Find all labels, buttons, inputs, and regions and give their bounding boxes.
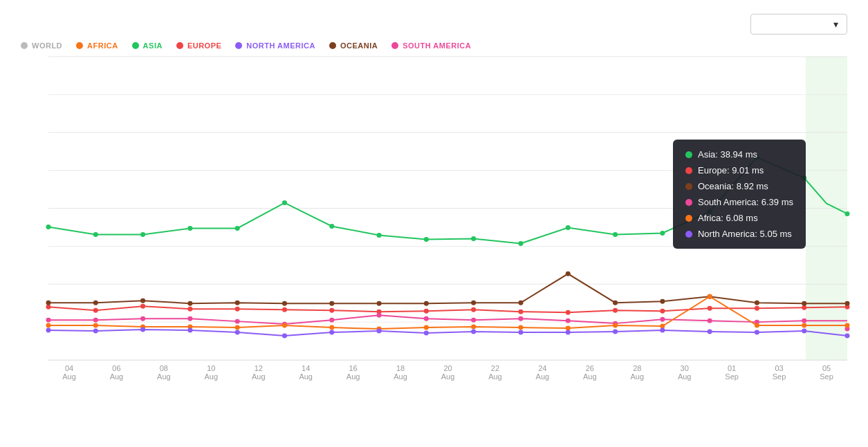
tooltip-label: Europe: 9.01 ms bbox=[698, 165, 764, 175]
page-header: ▾ bbox=[0, 0, 868, 41]
svg-point-62 bbox=[844, 301, 849, 306]
svg-point-37 bbox=[518, 310, 523, 314]
svg-point-73 bbox=[518, 316, 523, 321]
legend-dot-south-america bbox=[391, 42, 398, 49]
svg-point-89 bbox=[424, 325, 429, 330]
svg-point-19 bbox=[518, 241, 523, 246]
x-axis-label: 16Aug bbox=[333, 364, 374, 381]
svg-point-50 bbox=[282, 301, 287, 306]
x-axis-label: 24Aug bbox=[521, 364, 563, 381]
legend-dot-europe bbox=[176, 42, 183, 49]
svg-point-15 bbox=[329, 224, 334, 229]
x-axis-label: 30Aug bbox=[664, 364, 705, 381]
svg-point-85 bbox=[235, 325, 240, 330]
svg-point-16 bbox=[377, 233, 382, 238]
tooltip-row: Oceania: 8.92 ms bbox=[685, 181, 793, 191]
tooltip-row: North America: 5.05 ms bbox=[685, 229, 793, 239]
x-axis-label: 28Aug bbox=[616, 364, 658, 381]
svg-point-93 bbox=[613, 323, 618, 328]
svg-point-114 bbox=[755, 330, 759, 335]
svg-point-21 bbox=[613, 232, 618, 237]
svg-point-9 bbox=[46, 225, 50, 229]
svg-point-110 bbox=[566, 330, 571, 335]
svg-point-52 bbox=[377, 301, 382, 306]
north-america-line bbox=[48, 330, 847, 336]
tooltip-row: Asia: 38.94 ms bbox=[685, 149, 793, 160]
svg-point-31 bbox=[235, 307, 240, 312]
legend-item-oceania[interactable]: OCEANIA bbox=[329, 41, 378, 50]
svg-point-42 bbox=[755, 306, 759, 311]
svg-point-76 bbox=[660, 317, 665, 322]
legend-item-europe[interactable]: EUROPE bbox=[176, 41, 221, 50]
tooltip-label: Oceania: 8.92 ms bbox=[698, 181, 768, 191]
svg-point-87 bbox=[329, 325, 334, 330]
svg-point-27 bbox=[46, 305, 50, 310]
tooltip-label: Asia: 38.94 ms bbox=[698, 149, 757, 160]
svg-point-65 bbox=[140, 316, 145, 321]
svg-point-54 bbox=[471, 301, 476, 305]
svg-point-13 bbox=[235, 226, 240, 231]
svg-point-36 bbox=[471, 307, 476, 312]
svg-point-26 bbox=[844, 211, 849, 216]
tooltip-dot bbox=[685, 183, 692, 190]
legend-dot-north-america bbox=[235, 42, 242, 49]
svg-point-113 bbox=[708, 330, 712, 334]
legend-label-europe: EUROPE bbox=[187, 41, 221, 50]
x-axis: 04Aug06Aug08Aug10Aug12Aug14Aug16Aug18Aug… bbox=[48, 361, 847, 381]
svg-point-41 bbox=[708, 306, 712, 311]
svg-point-69 bbox=[329, 318, 334, 323]
svg-point-30 bbox=[187, 307, 192, 312]
legend-item-north-america[interactable]: NORTH AMERICA bbox=[235, 41, 315, 50]
x-axis-label: 22Aug bbox=[474, 364, 516, 381]
svg-point-29 bbox=[140, 304, 145, 309]
svg-point-92 bbox=[566, 326, 571, 331]
x-axis-label: 18Aug bbox=[380, 364, 421, 381]
resolver-dropdown[interactable]: ▾ bbox=[750, 14, 847, 35]
svg-point-108 bbox=[471, 330, 476, 334]
south-america-line bbox=[48, 315, 847, 324]
tooltip-dot bbox=[685, 215, 692, 222]
svg-point-40 bbox=[660, 309, 665, 314]
svg-point-96 bbox=[755, 323, 759, 328]
svg-point-22 bbox=[660, 231, 665, 236]
legend-item-asia[interactable]: ASIA bbox=[132, 41, 163, 50]
svg-point-104 bbox=[282, 334, 287, 339]
svg-point-90 bbox=[471, 325, 476, 330]
svg-point-33 bbox=[329, 308, 334, 313]
svg-point-11 bbox=[140, 232, 145, 237]
chevron-down-icon: ▾ bbox=[833, 19, 838, 30]
tooltip-row: South America: 6.39 ms bbox=[685, 197, 793, 207]
svg-point-98 bbox=[844, 323, 849, 328]
chart-area: Asia: 38.94 msEurope: 9.01 msOceania: 8.… bbox=[48, 57, 847, 361]
legend-dot-africa bbox=[76, 42, 83, 49]
svg-point-106 bbox=[377, 329, 382, 334]
svg-point-74 bbox=[566, 318, 571, 323]
svg-point-94 bbox=[660, 324, 665, 329]
svg-point-109 bbox=[518, 330, 523, 335]
svg-point-45 bbox=[46, 301, 50, 305]
svg-point-12 bbox=[187, 226, 192, 231]
svg-point-48 bbox=[187, 301, 192, 306]
svg-point-47 bbox=[140, 298, 145, 303]
svg-point-116 bbox=[844, 334, 849, 339]
svg-point-101 bbox=[140, 327, 145, 332]
svg-point-38 bbox=[566, 310, 571, 315]
svg-point-102 bbox=[187, 328, 192, 333]
legend-item-africa[interactable]: AFRICA bbox=[76, 41, 118, 50]
svg-point-115 bbox=[802, 329, 806, 334]
tooltip-dot bbox=[685, 199, 692, 206]
svg-point-103 bbox=[235, 330, 240, 335]
chart-legend: WORLDAFRICAASIAEUROPENORTH AMERICAOCEANI… bbox=[0, 41, 868, 57]
legend-dot-world bbox=[21, 42, 28, 49]
tooltip: Asia: 38.94 msEurope: 9.01 msOceania: 8.… bbox=[673, 140, 806, 249]
x-axis-label: 03Sep bbox=[759, 364, 800, 381]
svg-point-111 bbox=[613, 330, 618, 334]
tooltip-label: Africa: 6.08 ms bbox=[698, 213, 758, 223]
svg-point-91 bbox=[518, 325, 523, 330]
svg-point-53 bbox=[424, 301, 429, 306]
svg-point-28 bbox=[93, 308, 98, 313]
x-axis-label: 08Aug bbox=[143, 364, 185, 381]
legend-item-south-america[interactable]: SOUTH AMERICA bbox=[391, 41, 471, 50]
legend-item-world[interactable]: WORLD bbox=[21, 41, 62, 50]
legend-label-asia: ASIA bbox=[143, 41, 163, 50]
